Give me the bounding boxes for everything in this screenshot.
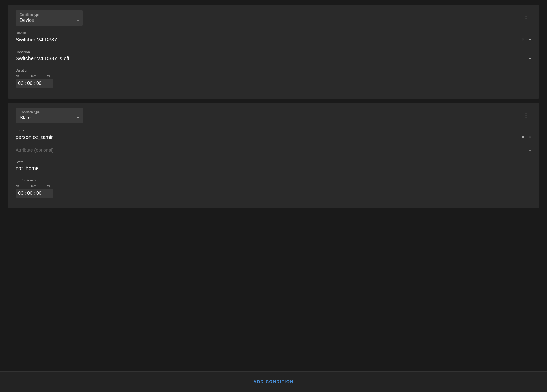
entity-label: Entity (16, 128, 531, 132)
hh-label-2: hh (16, 184, 28, 188)
for-input-2[interactable] (16, 189, 53, 198)
condition-label: Condition (16, 50, 531, 54)
condition-type-label-2: Condition type (20, 110, 79, 114)
state-label: State (16, 160, 531, 164)
attribute-field-group: Attribute (optional) ▾ (16, 148, 531, 155)
condition-type-dropdown-1[interactable]: Condition type Device ▾ (16, 10, 83, 26)
main-content: Condition type Device ▾ ⋮ Device Switche… (0, 0, 547, 371)
entity-field-actions: ✕ ▾ (521, 134, 531, 141)
hh-label-1: hh (16, 74, 28, 78)
condition-value-row: Switcher V4 D387 is off ▾ (16, 55, 531, 63)
entity-clear-icon: ✕ (521, 135, 525, 140)
entity-dropdown-icon: ▾ (529, 135, 531, 139)
duration-section-1: Duration hh mm ss (16, 68, 531, 88)
condition-1-more-button[interactable]: ⋮ (521, 14, 531, 22)
state-field-group: State (16, 160, 531, 173)
device-dropdown-button[interactable]: ▾ (529, 37, 531, 42)
condition-dropdown-icon: ▾ (529, 57, 531, 61)
for-section-2: For (optional) hh mm ss (16, 178, 531, 198)
condition-type-value-1: Device ▾ (20, 18, 79, 23)
add-condition-label: ADD CONDITION (254, 380, 294, 384)
ss-label-2: ss (47, 184, 59, 188)
attribute-placeholder: Attribute (optional) (16, 148, 54, 153)
attribute-dropdown-icon: ▾ (529, 148, 531, 152)
entity-value: person.oz_tamir (16, 134, 521, 140)
condition-2-more-button[interactable]: ⋮ (521, 112, 531, 120)
entity-clear-button[interactable]: ✕ (521, 134, 525, 141)
ss-label-1: ss (47, 74, 59, 78)
condition-1-header: Condition type Device ▾ ⋮ (16, 10, 531, 26)
bottom-bar: ADD CONDITION (0, 371, 547, 392)
for-time-labels-2: hh mm ss (16, 184, 531, 188)
device-clear-icon: ✕ (521, 37, 525, 42)
attribute-dropdown-button[interactable]: ▾ (529, 148, 531, 153)
duration-label-1: Duration (16, 68, 531, 72)
condition-type-text-2: State (20, 115, 31, 121)
add-condition-button[interactable]: ADD CONDITION (254, 380, 294, 384)
condition-type-arrow-2: ▾ (77, 116, 79, 120)
condition-block-2: Condition type State ▾ ⋮ Entity person.o… (8, 103, 539, 208)
condition-type-text-1: Device (20, 18, 34, 23)
device-clear-button[interactable]: ✕ (521, 36, 525, 43)
condition-dropdown-button[interactable]: ▾ (529, 56, 531, 61)
device-label: Device (16, 31, 531, 35)
entity-input-row: person.oz_tamir ✕ ▾ (16, 134, 531, 142)
condition-block-1: Condition type Device ▾ ⋮ Device Switche… (8, 5, 539, 99)
duration-input-1[interactable] (16, 79, 53, 88)
condition-type-label-1: Condition type (20, 13, 79, 17)
duration-time-labels-1: hh mm ss (16, 74, 531, 78)
mm-label-2: mm (31, 184, 44, 188)
device-field-actions: ✕ ▾ (521, 36, 531, 43)
state-input[interactable] (16, 165, 531, 173)
device-field-group: Device Switcher V4 D387 ✕ ▾ (16, 31, 531, 45)
condition-type-dropdown-2[interactable]: Condition type State ▾ (16, 108, 83, 123)
entity-dropdown-button[interactable]: ▾ (529, 135, 531, 140)
condition-2-header: Condition type State ▾ ⋮ (16, 108, 531, 123)
three-dots-icon-2: ⋮ (523, 112, 529, 119)
condition-type-value-2: State ▾ (20, 115, 79, 121)
three-dots-icon-1: ⋮ (523, 15, 529, 21)
mm-label-1: mm (31, 74, 44, 78)
condition-value-text: Switcher V4 D387 is off (16, 55, 529, 61)
for-label-2: For (optional) (16, 178, 531, 182)
condition-type-arrow-1: ▾ (77, 18, 79, 23)
device-dropdown-icon: ▾ (529, 38, 531, 42)
condition-field-group: Condition Switcher V4 D387 is off ▾ (16, 50, 531, 63)
device-input-row: Switcher V4 D387 ✕ ▾ (16, 36, 531, 45)
device-value: Switcher V4 D387 (16, 37, 521, 43)
entity-field-group: Entity person.oz_tamir ✕ ▾ (16, 128, 531, 142)
